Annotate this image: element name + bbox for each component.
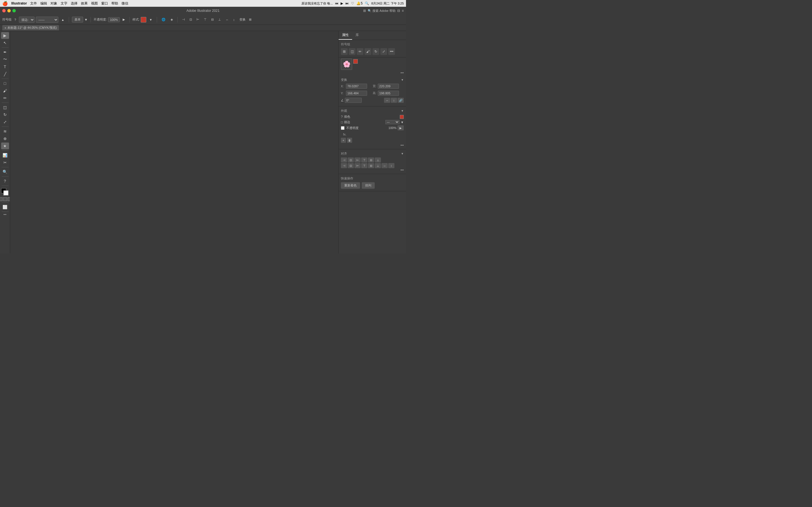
change-screen-mode[interactable]: ⬜ xyxy=(1,204,9,210)
add-appearance-btn[interactable]: + xyxy=(341,138,346,143)
color-fill-swatch[interactable] xyxy=(353,59,358,64)
search-adobe[interactable]: 🔍 搜索 Adobe 帮助 xyxy=(368,9,396,13)
media-next[interactable]: ⏭ xyxy=(345,1,349,5)
stroke-dropdown-btn[interactable]: ▼ xyxy=(401,121,404,124)
pencil-tool[interactable]: ✏ xyxy=(1,95,9,101)
dist-v[interactable]: ↕ xyxy=(388,163,395,168)
close-btn[interactable] xyxy=(2,9,6,12)
rectangle-tool[interactable]: □ xyxy=(1,80,9,87)
help-menu[interactable]: 帮助 xyxy=(111,1,118,6)
h-input[interactable] xyxy=(378,91,399,96)
menu-icon[interactable]: ≡ xyxy=(402,9,404,13)
align-right-edge[interactable]: ⊢ xyxy=(195,17,201,22)
curvature-tool[interactable]: 〜 xyxy=(1,56,9,63)
delete-appearance-btn[interactable]: 🗑 xyxy=(347,138,352,143)
app-menu[interactable]: Illustrator xyxy=(11,1,27,5)
direct-selection-tool[interactable]: ↖ xyxy=(1,40,9,46)
view-menu[interactable]: 视图 xyxy=(91,1,98,6)
opacity-expand-btn[interactable]: ▶ xyxy=(398,125,404,130)
unknown-btn[interactable]: ? xyxy=(13,17,18,22)
fill-color-swatch[interactable] xyxy=(400,115,404,119)
stroke-select-panel[interactable]: — xyxy=(386,120,400,124)
align-more-btn[interactable]: ••• xyxy=(400,168,404,172)
warp-tool[interactable]: ≋ xyxy=(1,128,9,135)
media-play[interactable]: ▶ xyxy=(341,1,343,5)
apple-menu[interactable]: 🍎 xyxy=(2,1,8,6)
appearance-more-btn[interactable]: ••• xyxy=(400,144,404,147)
y-input[interactable] xyxy=(346,91,367,96)
file-menu[interactable]: 文件 xyxy=(30,1,37,6)
align-top[interactable]: ⊤ xyxy=(361,158,367,163)
minimize-btn[interactable] xyxy=(7,9,11,12)
align-top-edge[interactable]: ⊤ xyxy=(202,17,208,22)
line-tool[interactable]: ╱ xyxy=(1,71,9,77)
more-tools-btn[interactable]: ••• xyxy=(3,213,6,216)
panel-toggle-right[interactable]: ⊟ xyxy=(397,9,400,13)
panel-icon-group[interactable]: ◫ xyxy=(349,48,356,55)
symbol-spray-btn[interactable]: ◈ xyxy=(169,17,174,22)
select-menu[interactable]: 选择 xyxy=(71,1,78,6)
dist-center-v[interactable]: ⊟ xyxy=(368,163,374,168)
document-tab[interactable]: × 未标题-11* @ 44.05% (CMYK/预览) xyxy=(2,25,59,31)
slice-tool[interactable]: ✂ xyxy=(1,159,9,166)
align-left[interactable]: ⊣ xyxy=(341,158,347,163)
flip-h-btn[interactable]: ↔ xyxy=(384,98,390,103)
maximize-btn[interactable] xyxy=(12,9,16,12)
notification-bell[interactable]: 🔔5 xyxy=(356,1,363,5)
recolor-btn[interactable]: 重新着色 xyxy=(341,182,360,189)
panel-icon-grid[interactable]: ⊞ xyxy=(341,48,348,55)
draw-inside-btn[interactable] xyxy=(8,197,10,201)
dist-bottom[interactable]: ⊥ xyxy=(375,163,381,168)
flip-v-btn[interactable]: ↕ xyxy=(391,98,397,103)
dist-center-h[interactable]: ⊡ xyxy=(348,163,354,168)
panel-icon-pencil[interactable]: ✏ xyxy=(357,48,363,55)
dist-left[interactable]: ⊣ xyxy=(341,163,347,168)
properties-tab[interactable]: 属性 xyxy=(339,31,352,40)
transform-expand[interactable]: ⊞ xyxy=(247,17,253,22)
more-options-btn[interactable]: ••• xyxy=(400,71,404,74)
distribute-v[interactable]: ↕ xyxy=(232,17,237,22)
shape-builder-tool[interactable]: ⊕ xyxy=(1,135,9,142)
style-swatch[interactable] xyxy=(141,17,146,22)
dist-right[interactable]: ⊢ xyxy=(354,163,361,168)
opacity-expand[interactable]: ▶ xyxy=(121,17,126,22)
zoom-tool[interactable]: 🔍 xyxy=(1,168,9,175)
stroke-select[interactable]: —— xyxy=(36,17,58,23)
object-menu[interactable]: 对象 xyxy=(50,1,57,6)
window-menu[interactable]: 窗口 xyxy=(101,1,108,6)
text-menu[interactable]: 文字 xyxy=(61,1,67,6)
style-dropdown[interactable]: ▼ xyxy=(147,17,154,22)
align-center-v[interactable]: ⊟ xyxy=(209,17,215,22)
help-tool[interactable]: ? xyxy=(1,178,9,184)
w-input[interactable] xyxy=(378,83,399,89)
scale-tool[interactable]: ⤢ xyxy=(1,119,9,125)
dist-h[interactable]: ↔ xyxy=(382,163,388,168)
align-left-edge[interactable]: ⊣ xyxy=(181,17,187,22)
paintbrush-tool[interactable]: 🖌 xyxy=(1,87,9,94)
stroke-up-btn[interactable]: ▲ xyxy=(59,17,66,22)
symbol-sprayer-tool[interactable]: ★ xyxy=(1,143,9,149)
align-center-h[interactable]: ⊡ xyxy=(188,17,194,22)
rotate-tool[interactable]: ↻ xyxy=(1,111,9,118)
stroke-dropdown-arrow[interactable]: ▼ xyxy=(84,18,88,22)
appearance-collapse[interactable]: ▼ xyxy=(401,109,404,112)
angle-input[interactable] xyxy=(345,98,362,103)
media-prev[interactable]: ⏮ xyxy=(335,1,338,5)
spotlight[interactable]: 🔍 xyxy=(365,1,369,5)
align-center-v[interactable]: ⊟ xyxy=(368,158,374,163)
selected-symbol-thumb[interactable]: 🌸 xyxy=(341,59,352,70)
library-tab[interactable]: 库 xyxy=(352,31,362,40)
eraser-tool[interactable]: ◫ xyxy=(1,104,9,111)
align-right[interactable]: ⊢ xyxy=(354,158,361,163)
color-swatches[interactable] xyxy=(1,188,9,196)
panel-icon-rotate[interactable]: ↻ xyxy=(372,48,379,55)
transform-collapse[interactable]: ▼ xyxy=(401,78,404,81)
x-input[interactable] xyxy=(346,83,367,89)
panel-icon-scale[interactable]: ⤢ xyxy=(380,48,387,55)
panel-toggle-left[interactable]: ⊞ xyxy=(363,9,366,13)
type-tool[interactable]: T xyxy=(1,63,9,70)
opacity-checkbox[interactable] xyxy=(341,126,345,130)
align-center-h[interactable]: ⊡ xyxy=(348,158,354,163)
normal-draw-btn[interactable] xyxy=(0,197,3,201)
brush-type-select[interactable]: 描边: xyxy=(19,17,35,23)
